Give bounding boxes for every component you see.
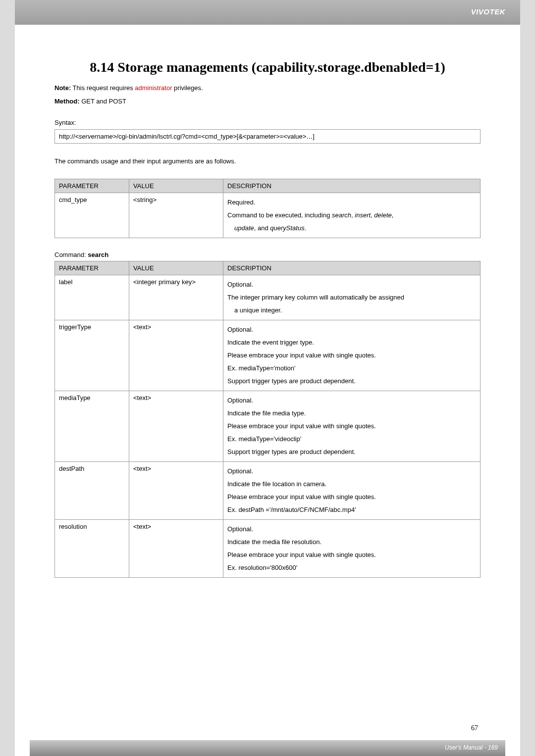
header-parameter: PARAMETER [55, 261, 129, 275]
page-number: 67 [471, 724, 478, 732]
desc-line: Please embrace your input value with sin… [227, 549, 476, 561]
desc-line: Indicate the file location in camera. [227, 478, 476, 491]
header-parameter: PARAMETER [55, 179, 129, 193]
method-label: Method: [54, 98, 80, 105]
header-bar: VIVOTEK [15, 0, 520, 25]
desc-line: Indicate the media file resolution. [227, 536, 476, 549]
cell-description: Required. Command to be executed, includ… [223, 193, 481, 238]
table-header-row: PARAMETER VALUE DESCRIPTION [55, 261, 481, 275]
header-description: DESCRIPTION [223, 179, 481, 193]
footer-bar: User's Manual - 169 [30, 740, 505, 756]
desc-line: Optional. [227, 394, 476, 407]
footer-text: User's Manual - 169 [445, 744, 498, 751]
desc-line: Indicate the event trigger type. [227, 336, 476, 349]
desc-line: Support trigger types are product depend… [227, 446, 476, 458]
desc-line: Ex. destPath ='/mnt/auto/CF/NCMF/abc.mp4… [227, 504, 476, 516]
cell-param: resolution [55, 520, 129, 578]
desc-line: update, and queryStatus. [227, 222, 476, 235]
note-after: privileges. [172, 84, 203, 92]
cell-value: <text> [129, 462, 223, 520]
cell-description: Optional.Indicate the event trigger type… [223, 320, 481, 391]
cell-value: <text> [129, 320, 223, 391]
note-admin: administrator [135, 84, 172, 92]
table-row: mediaType<text>Optional.Indicate the fil… [55, 391, 481, 462]
desc-line: Required. [227, 196, 476, 209]
syntax-servername: <servername> [75, 133, 117, 140]
method-line: Method: GET and POST [54, 98, 481, 105]
table-row: label<integer primary key>Optional.The i… [55, 275, 481, 320]
cell-value: <integer primary key> [129, 275, 223, 320]
cell-description: Optional.The integer primary key column … [223, 275, 481, 320]
desc-line: Ex. mediaType='motion' [227, 362, 476, 375]
table-row: destPath<text>Optional.Indicate the file… [55, 462, 481, 520]
command-name: search [88, 251, 108, 258]
header-value: VALUE [129, 261, 223, 275]
cell-param: label [55, 275, 129, 320]
table-row: resolution<text>Optional.Indicate the me… [55, 520, 481, 578]
brand-logo: VIVOTEK [471, 7, 505, 16]
table-header-row: PARAMETER VALUE DESCRIPTION [55, 179, 481, 193]
command-label: Command: search [54, 251, 481, 258]
desc-line: a unique integer. [227, 304, 476, 317]
cell-description: Optional.Indicate the media file resolut… [223, 520, 481, 578]
cell-param: destPath [55, 462, 129, 520]
desc-line: Support trigger types are product depend… [227, 375, 476, 388]
syntax-box: http://<servername>/cgi-bin/admin/lsctrl… [54, 129, 481, 144]
desc-line: Ex. mediaType='videoclip' [227, 433, 476, 446]
cell-value: <text> [129, 391, 223, 462]
usage-line: The commands usage and their input argum… [54, 157, 481, 165]
syntax-prefix: http:// [59, 133, 75, 140]
cell-description: Optional.Indicate the file media type.Pl… [223, 391, 481, 462]
cell-description: Optional.Indicate the file location in c… [223, 462, 481, 520]
note-before: This request requires [71, 84, 135, 92]
header-description: DESCRIPTION [223, 261, 481, 275]
cell-value: <text> [129, 520, 223, 578]
desc-line: Optional. [227, 323, 476, 336]
command-prefix: Command: [54, 251, 88, 258]
cell-value: <string> [129, 193, 223, 238]
desc-line: Please embrace your input value with sin… [227, 349, 476, 362]
syntax-label: Syntax: [54, 119, 481, 126]
syntax-rest: /cgi-bin/admin/lsctrl.cgi?cmd=<cmd_type>… [116, 133, 315, 140]
search-params-table: PARAMETER VALUE DESCRIPTION label<intege… [54, 261, 481, 578]
desc-line: Please embrace your input value with sin… [227, 491, 476, 504]
cell-param: mediaType [55, 391, 129, 462]
cell-param: cmd_type [55, 193, 129, 238]
desc-line: Ex. resolution='800x600' [227, 561, 476, 574]
desc-line: The integer primary key column will auto… [227, 291, 476, 304]
method-text: GET and POST [80, 98, 126, 105]
desc-line: Command to be executed, including search… [227, 209, 476, 222]
content-area: 8.14 Storage managements (capability.sto… [15, 25, 520, 578]
note-line: Note: This request requires administrato… [54, 84, 481, 92]
note-label: Note: [54, 84, 71, 92]
desc-line: Optional. [227, 278, 476, 291]
desc-line: Optional. [227, 465, 476, 478]
section-title: 8.14 Storage managements (capability.sto… [54, 59, 481, 75]
desc-line: Please embrace your input value with sin… [227, 420, 476, 433]
header-value: VALUE [129, 179, 223, 193]
desc-line: Indicate the file media type. [227, 407, 476, 420]
desc-line: Optional. [227, 523, 476, 536]
page: VIVOTEK 8.14 Storage managements (capabi… [15, 0, 520, 756]
table-row: triggerType<text>Optional.Indicate the e… [55, 320, 481, 391]
table-row: cmd_type <string> Required. Command to b… [55, 193, 481, 238]
cell-param: triggerType [55, 320, 129, 391]
cmd-type-table: PARAMETER VALUE DESCRIPTION cmd_type <st… [54, 179, 481, 238]
